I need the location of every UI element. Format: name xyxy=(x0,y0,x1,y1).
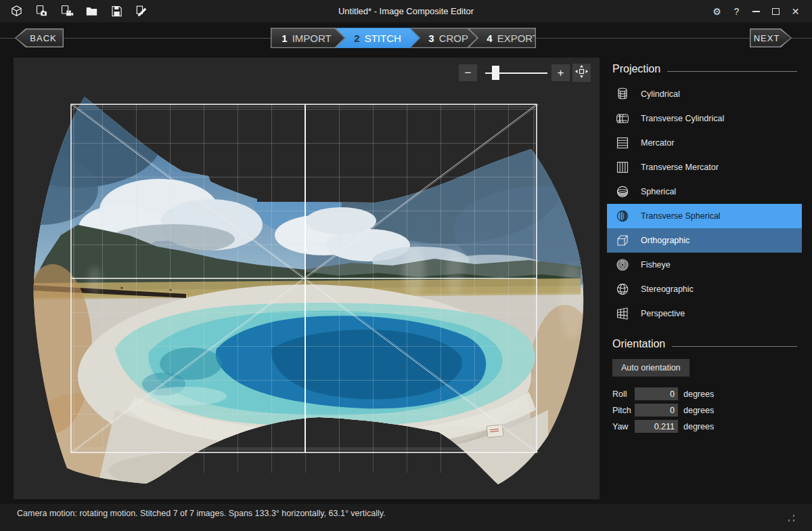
transverse-mercator-projection-icon xyxy=(614,158,631,176)
orientation-field-label: Yaw xyxy=(612,422,635,431)
orientation-row-pitch: Pitchdegrees xyxy=(612,402,797,418)
orthographic-projection-icon xyxy=(614,232,631,249)
projection-grid-overlay xyxy=(71,104,539,473)
settings-panel: Projection CylindricalTransverse Cylindr… xyxy=(600,54,812,504)
perspective-projection-icon xyxy=(614,305,631,322)
auto-orientation-button[interactable]: Auto orientation xyxy=(612,359,690,377)
back-button[interactable]: BACK xyxy=(15,28,64,47)
app-logo-icon[interactable] xyxy=(8,3,24,20)
projection-item-label: Fisheye xyxy=(641,260,671,270)
zoom-slider[interactable] xyxy=(485,64,547,81)
step-number: 2 xyxy=(354,33,359,44)
header-rule xyxy=(667,71,797,72)
orientation-header-label: Orientation xyxy=(612,338,665,350)
wizard-steps: 1IMPORT2STITCH3CROP4EXPORT xyxy=(271,28,536,48)
next-button[interactable]: NEXT xyxy=(750,28,792,47)
mercator-projection-icon xyxy=(614,134,631,152)
projection-item-fisheye[interactable]: Fisheye xyxy=(607,253,802,277)
projection-section-header: Projection xyxy=(612,63,797,75)
settings-gear-icon[interactable]: ⚙ xyxy=(707,0,727,22)
projection-item-cylindrical[interactable]: Cylindrical xyxy=(607,82,802,106)
new-panorama-from-video-icon[interactable] xyxy=(58,3,74,20)
step-label: CROP xyxy=(439,33,468,44)
step-label: EXPORT xyxy=(497,33,539,44)
orientation-field-label: Roll xyxy=(612,389,635,399)
wizard-nav-bar: BACK 1IMPORT2STITCH3CROP4EXPORT NEXT xyxy=(0,22,812,54)
orientation-section-header: Orientation xyxy=(612,338,797,350)
projection-item-spherical[interactable]: Spherical xyxy=(607,179,802,204)
save-as-icon[interactable] xyxy=(133,3,150,20)
yaw-input[interactable] xyxy=(635,420,678,433)
status-bar: Camera motion: rotating motion. Stitched… xyxy=(0,504,812,531)
orientation-row-yaw: Yawdegrees xyxy=(612,419,797,434)
fit-to-view-icon xyxy=(575,65,588,81)
projection-item-transverse-mercator[interactable]: Transverse Mercator xyxy=(607,155,802,179)
projection-item-label: Transverse Spherical xyxy=(641,211,721,221)
header-rule xyxy=(672,346,797,347)
zoom-slider-thumb[interactable] xyxy=(492,66,499,80)
orientation-field-unit: degrees xyxy=(683,389,714,399)
step-label: STITCH xyxy=(365,33,401,44)
orientation-field-unit: degrees xyxy=(683,422,714,431)
orientation-field-unit: degrees xyxy=(683,406,714,415)
projection-item-transverse-cylindrical[interactable]: Transverse Cylindrical xyxy=(607,106,802,131)
projection-item-orthographic[interactable]: Orthographic xyxy=(607,228,802,253)
orientation-field-label: Pitch xyxy=(612,406,635,415)
projection-item-label: Cylindrical xyxy=(641,89,680,99)
help-icon[interactable]: ? xyxy=(727,0,746,22)
toolbar xyxy=(0,3,150,20)
step-import[interactable]: 1IMPORT xyxy=(271,28,345,48)
cylindrical-projection-icon xyxy=(614,85,631,103)
roll-input[interactable] xyxy=(635,387,678,400)
fisheye-projection-icon xyxy=(614,256,631,274)
projection-item-stereographic[interactable]: Stereographic xyxy=(607,277,802,301)
step-export[interactable]: 4EXPORT xyxy=(468,28,536,48)
projection-item-label: Mercator xyxy=(641,138,674,148)
projection-item-label: Orthographic xyxy=(641,236,690,245)
pitch-input[interactable] xyxy=(635,404,678,417)
transverse-cylindrical-projection-icon xyxy=(614,110,631,127)
transverse-spherical-projection-icon xyxy=(614,207,631,225)
ice-application-window: { "titlebar": { "title": "Untitled* - Im… xyxy=(0,0,812,531)
step-number: 3 xyxy=(428,33,434,44)
close-icon[interactable]: ✕ xyxy=(786,0,805,22)
stereographic-projection-icon xyxy=(614,280,631,298)
new-panorama-from-images-icon[interactable] xyxy=(33,3,49,20)
open-icon[interactable] xyxy=(83,3,99,20)
step-crop[interactable]: 3CROP xyxy=(410,28,478,48)
save-icon[interactable] xyxy=(108,3,125,20)
zoom-controls: − + xyxy=(459,64,591,82)
projection-item-label: Spherical xyxy=(641,187,676,196)
projection-item-label: Perspective xyxy=(641,309,685,318)
projection-list: CylindricalTransverse CylindricalMercato… xyxy=(607,82,802,326)
minimize-icon[interactable] xyxy=(746,0,766,22)
step-label: IMPORT xyxy=(292,33,332,44)
stitch-preview-canvas[interactable] xyxy=(14,58,600,499)
projection-item-perspective[interactable]: Perspective xyxy=(607,301,802,326)
status-text: Camera motion: rotating motion. Stitched… xyxy=(17,509,386,518)
stitch-preview-panel: − + xyxy=(14,58,600,499)
step-number: 4 xyxy=(487,33,492,44)
orientation-row-roll: Rolldegrees xyxy=(612,386,797,402)
orientation-section: Orientation Auto orientation Rolldegrees… xyxy=(612,338,797,434)
window-controls: ⚙?✕ xyxy=(707,0,805,22)
step-stitch[interactable]: 2STITCH xyxy=(336,28,420,48)
title-bar: Untitled* - Image Composite Editor ⚙?✕ xyxy=(0,0,812,22)
step-number: 1 xyxy=(281,33,287,44)
projection-header-label: Projection xyxy=(612,63,660,75)
maximize-icon[interactable] xyxy=(766,0,786,22)
projection-item-label: Stereographic xyxy=(641,284,694,294)
projection-item-label: Transverse Cylindrical xyxy=(641,114,724,123)
projection-item-transverse-spherical[interactable]: Transverse Spherical xyxy=(607,204,802,228)
zoom-out-button[interactable]: − xyxy=(459,64,477,81)
projection-item-label: Transverse Mercator xyxy=(641,163,719,172)
fit-to-view-button[interactable] xyxy=(572,64,591,82)
zoom-in-button[interactable]: + xyxy=(551,64,570,81)
resize-grip[interactable] xyxy=(788,515,794,522)
orientation-fields: RolldegreesPitchdegreesYawdegrees xyxy=(612,386,797,434)
projection-item-mercator[interactable]: Mercator xyxy=(607,131,802,155)
spherical-projection-icon xyxy=(614,183,631,200)
